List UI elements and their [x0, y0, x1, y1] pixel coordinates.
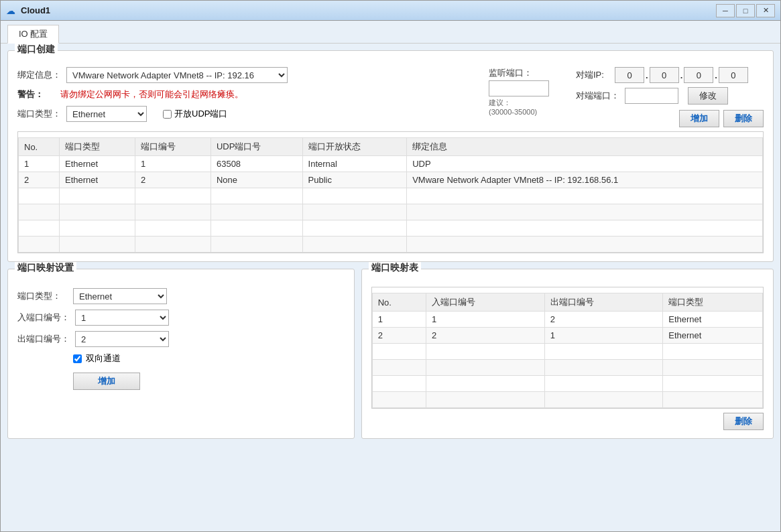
main-window: ☁ Cloud1 ─ □ ✕ IO 配置 端口创建 绑定信息： VMware N…	[0, 0, 781, 532]
port-table: No. 端口类型 端口编号 UDP端口号 端口开放状态 绑定信息 1 Ether…	[18, 137, 763, 253]
mapping-table-row-empty	[372, 344, 762, 360]
mapping-table-row-empty	[372, 376, 762, 392]
table-row-empty	[19, 220, 763, 237]
ip-octet-2[interactable]	[650, 67, 679, 83]
listen-port-label: 监听端口：	[489, 67, 532, 79]
mapping-port-type-label: 端口类型：	[17, 290, 68, 302]
ip-octet-1[interactable]	[615, 67, 644, 83]
remote-ip-label: 对端IP:	[576, 69, 609, 81]
window-title: Cloud1	[21, 5, 716, 15]
map-col-in: 入端口编号	[426, 293, 544, 312]
mapping-add-btn-row: 增加	[73, 373, 345, 390]
port-type-label: 端口类型：	[17, 108, 61, 120]
col-type: 端口类型	[59, 138, 135, 156]
udp-label: 开放UDP端口	[174, 108, 227, 120]
out-port-row: 出端口编号： 1 2 3	[17, 331, 345, 347]
col-udp: UDP端口号	[211, 138, 302, 156]
binding-label: 绑定信息：	[17, 69, 61, 81]
map-col-type: 端口类型	[663, 293, 763, 312]
listen-port-area: 监听端口： 30000 建议：(30000-35000)	[489, 67, 569, 116]
maximize-button[interactable]: □	[736, 4, 755, 17]
remote-port-input[interactable]: 0	[625, 88, 678, 104]
mapping-add-button[interactable]: 增加	[73, 373, 140, 390]
ip-inputs: . . .	[615, 67, 748, 83]
remote-port-row: 对端端口： 0 修改	[576, 87, 764, 105]
warning-row: 警告： 请勿绑定公网网卡，否则可能会引起网络瘫痪。	[17, 88, 482, 101]
col-status: 端口开放状态	[302, 138, 407, 156]
bidirectional-row[interactable]: 双向通道	[73, 352, 345, 364]
col-binding: 绑定信息	[407, 138, 763, 156]
in-port-select[interactable]: 1 2 3	[75, 310, 169, 326]
table-row[interactable]: 2 Ethernet 2 None Public VMware Network …	[19, 172, 763, 188]
title-bar: ☁ Cloud1 ─ □ ✕	[1, 1, 780, 21]
warning-label: 警告：	[17, 88, 58, 101]
in-port-label: 入端口编号：	[17, 312, 70, 324]
table-row-empty	[19, 237, 763, 253]
tab-io-config[interactable]: IO 配置	[7, 25, 59, 44]
mapping-settings-title: 端口映射设置	[15, 262, 76, 274]
content-area: 端口创建 绑定信息： VMware Network Adapter VMnet8…	[1, 44, 780, 531]
out-port-label: 出端口编号：	[17, 333, 70, 345]
tab-bar: IO 配置	[1, 21, 780, 44]
port-type-row: 端口类型： Ethernet Serial USB 开放UDP端口	[17, 106, 482, 122]
port-creation-title: 端口创建	[15, 44, 58, 56]
ip-octet-4[interactable]	[719, 67, 748, 83]
window-icon: ☁	[6, 5, 17, 16]
mapping-table-row[interactable]: 1 1 2 Ethernet	[372, 312, 762, 328]
remote-port-label: 对端端口：	[576, 90, 619, 102]
map-col-no: No.	[372, 293, 426, 312]
table-row-empty	[19, 188, 763, 204]
out-port-select[interactable]: 1 2 3	[75, 331, 169, 347]
remote-ip-row: 对端IP: . . .	[576, 67, 764, 83]
port-mapping-settings-section: 端口映射设置 端口类型： Ethernet Serial USB 入端口编号：	[7, 269, 355, 439]
ip-octet-3[interactable]	[684, 67, 713, 83]
port-table-container: No. 端口类型 端口编号 UDP端口号 端口开放状态 绑定信息 1 Ether…	[17, 131, 764, 253]
listen-hint: 建议：(30000-35000)	[489, 98, 537, 116]
mapping-table-title: 端口映射表	[369, 262, 421, 274]
mapping-port-type-select[interactable]: Ethernet Serial USB	[73, 288, 167, 304]
listen-port-input[interactable]: 30000	[489, 80, 549, 96]
window-controls: ─ □ ✕	[716, 4, 775, 17]
mapping-form: 端口类型： Ethernet Serial USB 入端口编号： 1 2	[17, 288, 345, 390]
udp-checkbox[interactable]	[163, 110, 172, 119]
add-delete-buttons: 增加 删除	[576, 110, 764, 127]
port-mapping-table-section: 端口映射表 No. 入端口编号 出端口编号 端口类型	[361, 269, 774, 439]
mapping-table-container: No. 入端口编号 出端口编号 端口类型 1 1 2 Ethernet 2 2 …	[371, 287, 764, 409]
bottom-sections: 端口映射设置 端口类型： Ethernet Serial USB 入端口编号：	[7, 269, 774, 446]
table-row[interactable]: 1 Ethernet 1 63508 Internal UDP	[19, 156, 763, 172]
bidirectional-label: 双向通道	[86, 352, 121, 364]
udp-checkbox-label[interactable]: 开放UDP端口	[163, 108, 227, 120]
mapping-port-type-row: 端口类型： Ethernet Serial USB	[17, 288, 345, 304]
binding-select[interactable]: VMware Network Adapter VMnet8 -- IP: 192…	[66, 67, 288, 83]
mapping-table-row-empty	[372, 360, 762, 376]
binding-row: 绑定信息： VMware Network Adapter VMnet8 -- I…	[17, 67, 482, 83]
remote-area: 对端IP: . . . 对端端口： 0	[576, 67, 764, 127]
port-type-select[interactable]: Ethernet Serial USB	[66, 106, 147, 122]
mapping-delete-btn-row: 删除	[371, 413, 764, 430]
in-port-row: 入端口编号： 1 2 3	[17, 310, 345, 326]
mapping-table-row-empty	[372, 392, 762, 408]
add-port-button[interactable]: 增加	[679, 110, 719, 127]
modify-button[interactable]: 修改	[688, 87, 728, 105]
port-creation-section: 端口创建 绑定信息： VMware Network Adapter VMnet8…	[7, 50, 774, 262]
mapping-delete-button[interactable]: 删除	[723, 413, 764, 430]
table-row-empty	[19, 204, 763, 220]
bidirectional-checkbox[interactable]	[73, 354, 82, 363]
col-no: No.	[19, 138, 60, 156]
close-button[interactable]: ✕	[756, 4, 775, 17]
delete-port-button[interactable]: 删除	[723, 110, 764, 127]
map-col-out: 出端口编号	[544, 293, 663, 312]
col-num: 端口编号	[135, 138, 211, 156]
mapping-table: No. 入端口编号 出端口编号 端口类型 1 1 2 Ethernet 2 2 …	[372, 293, 763, 408]
minimize-button[interactable]: ─	[716, 4, 735, 17]
mapping-table-row[interactable]: 2 2 1 Ethernet	[372, 328, 762, 344]
warning-text: 请勿绑定公网网卡，否则可能会引起网络瘫痪。	[60, 88, 243, 101]
